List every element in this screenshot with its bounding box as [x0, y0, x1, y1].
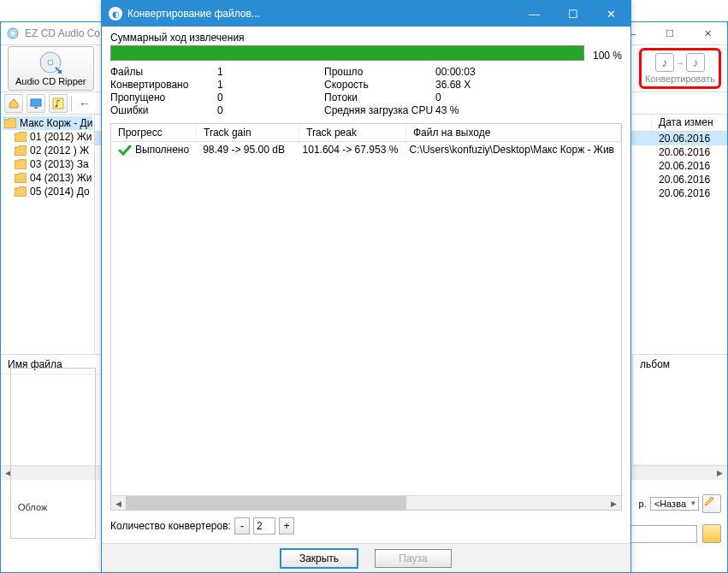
conversion-dialog: ◐ Конвертирование файлов... — ☐ ✕ Суммар… [101, 0, 631, 573]
pause-button[interactable]: Пауза [375, 549, 452, 568]
threads-value: 0 [435, 92, 622, 103]
output-cell: C:\Users\konfuziy\Desktop\Макс Корж - Жи… [403, 142, 621, 159]
dialog-minimize-button[interactable]: — [515, 1, 553, 27]
progress-column-header[interactable]: Прогресс [111, 124, 197, 141]
threads-label: Потоки [324, 92, 435, 103]
home-icon [8, 97, 20, 109]
date-column-header[interactable]: Дата измен [652, 115, 727, 131]
browse-folder-button[interactable] [702, 524, 721, 543]
dialog-titlebar: ◐ Конвертирование файлов... — ☐ ✕ [102, 1, 630, 27]
scroll-right-button[interactable]: ▶ [713, 466, 727, 481]
edit-format-button[interactable] [702, 494, 721, 513]
track-header: Прогресс Track gain Track peak Файл на в… [111, 124, 621, 142]
tree-item[interactable]: 01 (2012) Жи [3, 130, 92, 144]
app-icon [6, 27, 20, 40]
dialog-maximize-button[interactable]: ☐ [553, 1, 592, 27]
track-row[interactable]: Выполнено 98.49 -> 95.00 dB 101.604 -> 6… [111, 142, 621, 159]
elapsed-value: 00:00:03 [435, 66, 622, 78]
skipped-label: Пропущено [110, 92, 217, 103]
format-prefix: р. [639, 499, 647, 509]
folder-icon [15, 145, 27, 156]
scrollbar-thumb[interactable] [126, 496, 406, 510]
errors-label: Ошибки [110, 104, 217, 116]
cpu-label: Средняя загрузка CPU [324, 104, 435, 116]
peak-cell: 101.604 -> 67.953 % [296, 142, 403, 159]
close-button[interactable]: Закрыть [281, 549, 358, 568]
output-column-header[interactable]: Файл на выходе [406, 124, 621, 141]
date-cell: 20.06.2016 [652, 186, 727, 200]
back-button[interactable]: ← [75, 94, 94, 113]
speed-value: 36.68 X [435, 79, 622, 91]
elapsed-label: Прошло [324, 66, 435, 78]
tree-label: 03 (2013) За [30, 158, 89, 170]
pencil-icon [703, 495, 715, 507]
monitor-icon [30, 97, 42, 109]
cover-art-panel: Облож [10, 368, 96, 539]
cd-icon [38, 50, 62, 74]
converters-row: Количество конвертеров: - + [110, 511, 622, 538]
folder-icon [15, 132, 27, 142]
stats-grid: Файлы 1 Прошло 00:00:03 Конвертировано 1… [110, 66, 622, 116]
date-cell: 20.06.2016 [652, 145, 727, 159]
tree-item[interactable]: 02 (2012 ) Ж [3, 144, 92, 157]
files-value: 1 [217, 66, 324, 78]
ripper-label: Audio CD Ripper [15, 76, 86, 86]
output-path-input[interactable] [629, 525, 697, 543]
skipped-value: 0 [217, 92, 324, 103]
note-blue-icon: ♪ [655, 53, 674, 72]
folder-icon [15, 186, 27, 197]
gain-column-header[interactable]: Track gain [197, 124, 299, 141]
album-header[interactable]: льбом [633, 355, 727, 465]
main-close-button[interactable]: ✕ [689, 22, 727, 45]
speed-label: Скорость [324, 79, 435, 91]
track-horizontal-scrollbar[interactable]: ◀ ▶ [111, 495, 621, 510]
date-cell: 20.06.2016 [652, 173, 727, 186]
home-button[interactable] [4, 94, 23, 113]
cpu-value: 43 % [435, 104, 622, 116]
convert-label: Конвертировать [645, 74, 715, 84]
tree-item[interactable]: 04 (2013) Жи [3, 171, 92, 185]
tree-item[interactable]: 05 (2014) До [3, 185, 92, 198]
dialog-footer: Закрыть Пауза [102, 543, 630, 572]
overall-progress-bar [110, 45, 584, 61]
main-maximize-button[interactable]: ☐ [650, 22, 689, 45]
files-label: Файлы [110, 66, 217, 78]
peak-column-header[interactable]: Track peak [299, 124, 406, 141]
scroll-left-button[interactable]: ◀ [111, 496, 126, 511]
track-table: Прогресс Track gain Track peak Файл на в… [110, 123, 622, 511]
tree-label: 05 (2014) До [30, 186, 90, 198]
tree-label: 01 (2012) Жи [30, 131, 92, 143]
gain-cell: 98.49 -> 95.00 dB [196, 142, 295, 159]
errors-value: 0 [217, 104, 324, 116]
svg-point-7 [56, 104, 58, 107]
converters-input[interactable] [253, 517, 275, 535]
svg-point-1 [11, 32, 15, 35]
progress-percent: 100 % [584, 50, 622, 62]
increase-converters-button[interactable]: + [279, 517, 294, 535]
decrease-converters-button[interactable]: - [234, 517, 250, 535]
back-arrow-icon: ← [79, 97, 91, 110]
dialog-close-button[interactable]: ✕ [592, 1, 630, 27]
desktop-button[interactable] [27, 94, 45, 113]
format-dropdown[interactable]: <Назва [650, 497, 699, 511]
scroll-right-button[interactable]: ▶ [607, 496, 621, 511]
date-cell: 20.06.2016 [652, 132, 727, 145]
audio-cd-ripper-button[interactable]: Audio CD Ripper [8, 46, 94, 91]
progress-fill [111, 46, 583, 60]
tree-item[interactable]: 03 (2013) За [3, 157, 92, 171]
summary-label: Суммарный ход извлечения [110, 32, 622, 44]
convert-button[interactable]: ♪ → ♪ [645, 53, 715, 72]
date-cell: 20.06.2016 [652, 159, 727, 173]
folder-icon [15, 173, 27, 183]
converters-label: Количество конвертеров: [110, 520, 231, 532]
svg-rect-4 [31, 99, 41, 106]
dialog-icon: ◐ [109, 7, 122, 21]
note-green-icon: ♪ [686, 53, 705, 72]
tree-label: 02 (2012 ) Ж [30, 145, 89, 157]
tree-item-root[interactable]: Макс Корж - Ди [3, 116, 92, 130]
svg-rect-6 [53, 98, 63, 109]
folder-tree[interactable]: Макс Корж - Ди 01 (2012) Жи 02 (2012 ) Ж… [1, 115, 95, 354]
tree-label: 04 (2013) Жи [30, 172, 92, 184]
converted-label: Конвертировано [110, 79, 217, 91]
music-button[interactable] [49, 94, 68, 113]
